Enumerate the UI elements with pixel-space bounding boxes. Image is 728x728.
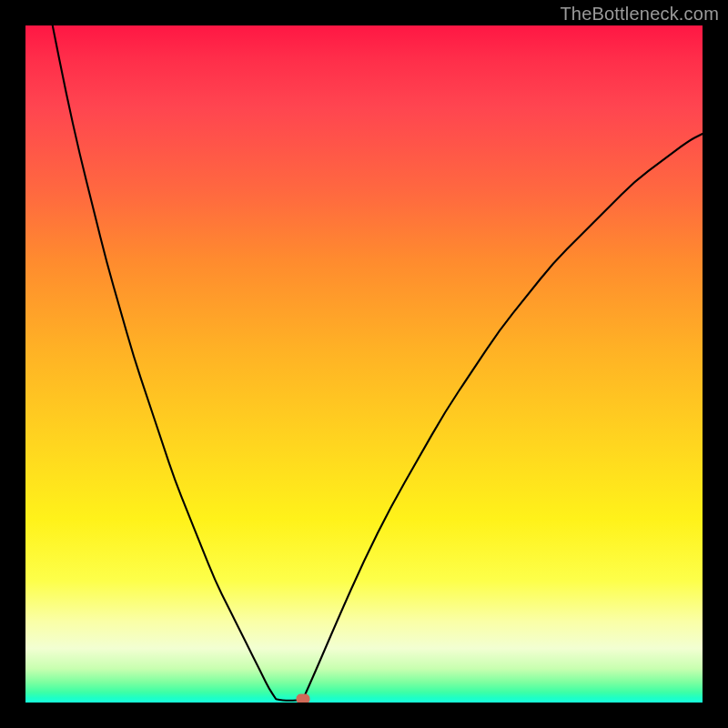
chart-stage: TheBottleneck.com: [0, 0, 728, 728]
selected-point-marker: [297, 693, 310, 703]
watermark-label: TheBottleneck.com: [560, 4, 719, 25]
plot-area: [25, 25, 703, 703]
bottleneck-curve-path: [53, 25, 703, 701]
bottleneck-curve: [25, 25, 703, 703]
